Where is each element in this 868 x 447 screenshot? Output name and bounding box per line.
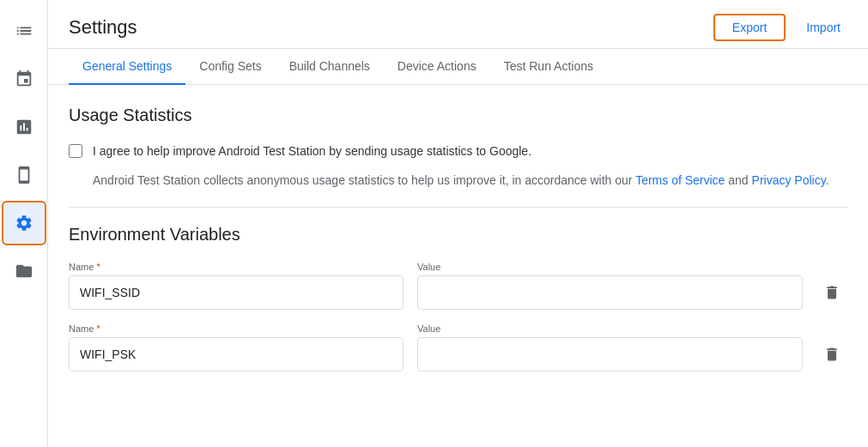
usage-statistics-label[interactable]: I agree to help improve Android Test Sta… [93,142,531,160]
env-row-1-value-group: Value [417,262,803,310]
env-row-1-name-input[interactable] [69,275,404,310]
env-row-1-name-label: Name * [69,262,404,272]
env-row-2-value-input[interactable] [417,337,803,371]
export-button[interactable]: Export [713,14,786,41]
privacy-policy-link[interactable]: Privacy Policy [752,173,826,187]
usage-statistics-title: Usage Statistics [69,106,847,125]
tabs-bar: General Settings Config Sets Build Chann… [48,49,868,85]
sidebar-item-settings[interactable] [3,202,45,244]
content-area: Usage Statistics I agree to help improve… [48,85,868,447]
info-text-prefix: Android Test Station collects anonymous … [93,173,635,187]
sidebar-item-tasks[interactable] [3,10,45,51]
environment-variables-section: Environment Variables Name * Value [69,225,847,371]
page-title: Settings [69,16,137,39]
env-row-2-name-input[interactable] [69,337,404,371]
header-actions: Export Import [713,14,847,41]
env-row-2-delete-button[interactable] [816,339,847,370]
tab-general-settings[interactable]: General Settings [69,49,185,85]
tab-device-actions[interactable]: Device Actions [384,49,490,85]
sidebar-item-device[interactable] [3,154,45,196]
tab-config-sets[interactable]: Config Sets [185,49,275,85]
terms-of-service-link[interactable]: Terms of Service [635,173,725,187]
sidebar [0,0,48,447]
tab-build-channels[interactable]: Build Channels [276,49,384,85]
sidebar-item-calendar[interactable] [3,58,45,100]
sidebar-item-folder[interactable] [3,251,45,292]
environment-variables-title: Environment Variables [69,225,847,245]
main-content: Settings Export Import General Settings … [48,0,868,447]
usage-statistics-checkbox-row: I agree to help improve Android Test Sta… [69,142,847,160]
env-row-1-name-group: Name * [69,262,404,310]
header: Settings Export Import [48,0,868,49]
info-period: . [826,173,829,187]
sidebar-item-analytics[interactable] [3,106,45,148]
usage-statistics-info: Android Test Station collects anonymous … [93,171,847,190]
env-row-1-value-label: Value [417,262,803,272]
env-row-2-value-group: Value [417,323,803,371]
tab-test-run-actions[interactable]: Test Run Actions [490,49,607,85]
import-button[interactable]: Import [799,15,847,39]
env-row-2-name-group: Name * [69,323,404,371]
info-conjunction: and [725,173,751,187]
env-row-1: Name * Value [69,262,847,310]
env-row-2: Name * Value [69,323,847,371]
section-divider [69,207,847,208]
usage-statistics-checkbox[interactable] [69,144,82,158]
env-row-1-value-input[interactable] [417,275,803,310]
env-row-2-value-label: Value [417,323,803,334]
env-row-1-delete-button[interactable] [816,277,847,308]
env-row-2-name-label: Name * [69,323,404,334]
